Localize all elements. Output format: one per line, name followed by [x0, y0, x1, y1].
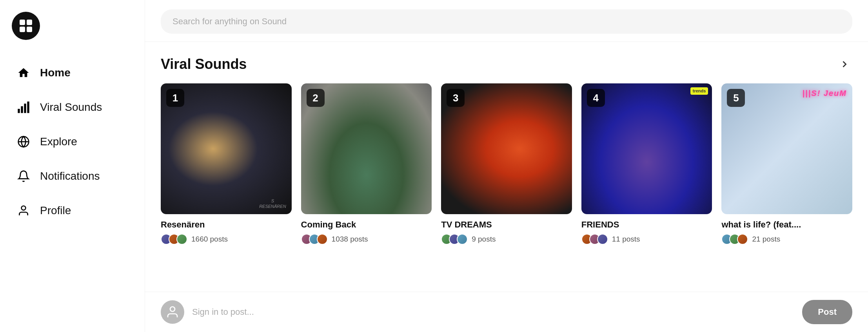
svg-rect-2: [20, 27, 25, 32]
viral-card-4[interactable]: 4 trends FRIENDS 11 posts: [581, 83, 712, 245]
sidebar-label-profile: Profile: [40, 204, 71, 217]
card-title-3: TV DREAMS: [441, 220, 572, 230]
main-content: Viral Sounds 1 SRESENÄREN Resenären: [145, 0, 868, 332]
avatar-1c: [176, 234, 187, 245]
avatar-4c: [597, 234, 608, 245]
card-meta-2: 1038 posts: [301, 234, 432, 245]
card-rank-1: 1: [166, 89, 184, 107]
card-image-5: 5 |||S! JeuM: [721, 83, 852, 214]
card-rank-4: 4: [587, 89, 605, 107]
app-logo[interactable]: [12, 12, 40, 40]
card-title-2: Coming Back: [301, 220, 432, 230]
svg-point-11: [170, 307, 175, 312]
svg-rect-3: [27, 27, 32, 32]
sidebar-label-explore: Explore: [40, 135, 77, 148]
viral-card-3[interactable]: 3 TV DREAMS 9 posts: [441, 83, 572, 245]
sidebar-item-profile[interactable]: Profile: [4, 194, 141, 227]
trend-badge-4: trends: [690, 87, 708, 95]
search-bar-wrapper: [145, 0, 868, 42]
svg-rect-6: [24, 104, 26, 113]
svg-rect-0: [20, 20, 25, 25]
svg-point-10: [22, 206, 26, 210]
card-title-4: FRIENDS: [581, 220, 712, 230]
post-count-2: 1038 posts: [332, 235, 368, 244]
avatar-3c: [457, 234, 468, 245]
sidebar-label-notifications: Notifications: [40, 170, 100, 182]
neon-text-5: |||S! JeuM: [803, 89, 847, 98]
svg-rect-4: [18, 109, 20, 113]
viral-icon: [16, 99, 31, 115]
explore-icon: [16, 134, 31, 150]
card-rank-2: 2: [307, 89, 325, 107]
avatar-stack-4: [581, 234, 608, 245]
viral-cards-row: 1 SRESENÄREN Resenären 1660 posts 2: [161, 83, 852, 245]
post-count-5: 21 posts: [752, 235, 780, 244]
viral-card-5[interactable]: 5 |||S! JeuM what is life? (feat.... 21 …: [721, 83, 852, 245]
avatar-stack-3: [441, 234, 468, 245]
card-watermark-1: SRESENÄREN: [259, 198, 286, 209]
viral-sounds-title: Viral Sounds: [161, 56, 247, 72]
post-bar: Sign in to post... Post: [145, 292, 868, 332]
home-icon: [16, 65, 31, 81]
card-meta-1: 1660 posts: [161, 234, 292, 245]
bell-icon: [16, 168, 31, 184]
avatar-stack-2: [301, 234, 328, 245]
card-image-1: 1 SRESENÄREN: [161, 83, 292, 214]
svg-rect-7: [27, 101, 29, 113]
card-meta-4: 11 posts: [581, 234, 712, 245]
post-input[interactable]: Sign in to post...: [192, 302, 794, 322]
profile-icon: [16, 203, 31, 218]
viral-sounds-section: Viral Sounds 1 SRESENÄREN Resenären: [145, 42, 868, 292]
search-input[interactable]: [173, 16, 841, 27]
post-count-4: 11 posts: [612, 235, 640, 244]
post-avatar: [161, 300, 184, 324]
sidebar-item-viral-sounds[interactable]: Viral Sounds: [4, 91, 141, 124]
viral-card-2[interactable]: 2 Coming Back 1038 posts: [301, 83, 432, 245]
sidebar-item-home[interactable]: Home: [4, 56, 141, 89]
card-meta-3: 9 posts: [441, 234, 572, 245]
svg-rect-5: [21, 106, 23, 113]
post-count-3: 9 posts: [472, 235, 496, 244]
sidebar: Home Viral Sounds Explore: [0, 0, 145, 332]
card-rank-5: 5: [727, 89, 745, 107]
sidebar-label-viral: Viral Sounds: [40, 101, 102, 114]
card-image-2: 2: [301, 83, 432, 214]
card-title-1: Resenären: [161, 220, 292, 230]
avatar-5c: [737, 234, 748, 245]
sidebar-label-home: Home: [40, 67, 71, 79]
avatar-stack-1: [161, 234, 187, 245]
see-more-button[interactable]: [837, 56, 852, 72]
viral-card-1[interactable]: 1 SRESENÄREN Resenären 1660 posts: [161, 83, 292, 245]
sidebar-item-notifications[interactable]: Notifications: [4, 160, 141, 193]
svg-rect-1: [27, 20, 32, 25]
viral-sounds-header: Viral Sounds: [161, 56, 852, 72]
post-count-1: 1660 posts: [191, 235, 228, 244]
card-image-3: 3: [441, 83, 572, 214]
avatar-2c: [317, 234, 328, 245]
card-meta-5: 21 posts: [721, 234, 852, 245]
card-title-5: what is life? (feat....: [721, 220, 852, 230]
card-rank-3: 3: [447, 89, 465, 107]
avatar-stack-5: [721, 234, 748, 245]
post-button[interactable]: Post: [802, 300, 852, 324]
card-image-4: 4 trends: [581, 83, 712, 214]
sidebar-item-explore[interactable]: Explore: [4, 125, 141, 158]
search-bar[interactable]: [161, 9, 852, 34]
